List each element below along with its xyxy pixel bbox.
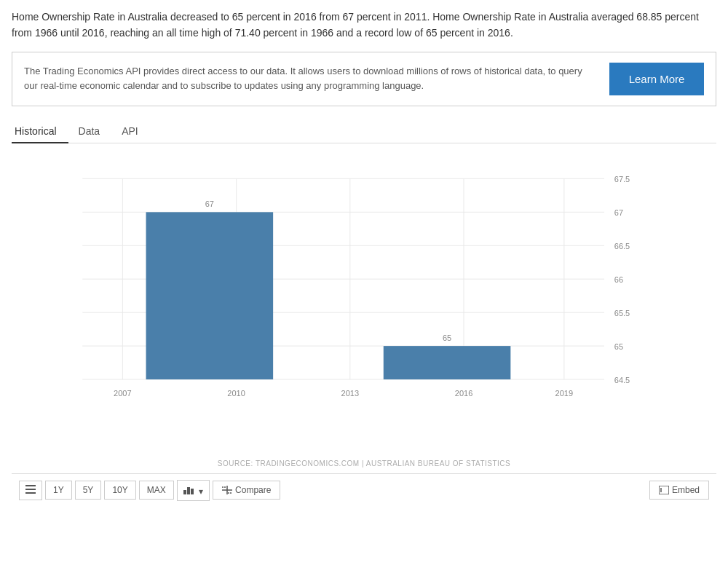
list-view-button[interactable] [19, 481, 42, 500]
api-banner: The Trading Economics API provides direc… [12, 52, 716, 106]
x-label-2013: 2013 [341, 389, 360, 398]
y-label-655: 65.5 [614, 309, 630, 317]
5y-button[interactable]: 5Y [75, 481, 102, 500]
svg-rect-15 [183, 490, 186, 494]
learn-more-button[interactable]: Learn More [609, 63, 704, 95]
bar-2016 [384, 346, 511, 379]
api-banner-text: The Trading Economics API provides direc… [24, 64, 595, 93]
bar-chart-icon [183, 484, 197, 494]
chart-type-button[interactable]: ▾ [177, 480, 210, 501]
chart-svg: 67.5 67 66.5 66 65.5 65 64.5 67 65 2007 … [41, 165, 673, 413]
bar-label-2016: 65 [443, 334, 451, 342]
tab-api[interactable]: API [119, 119, 150, 143]
tab-historical[interactable]: Historical [12, 119, 68, 143]
y-label-675: 67.5 [614, 175, 630, 184]
compare-button[interactable]: Compare [213, 481, 280, 500]
x-label-2007: 2007 [114, 389, 132, 398]
svg-rect-17 [191, 489, 194, 494]
svg-rect-13 [25, 489, 36, 490]
10y-button[interactable]: 10Y [104, 481, 135, 500]
svg-rect-12 [25, 485, 36, 486]
list-icon [25, 485, 36, 494]
y-label-65: 65 [614, 342, 623, 350]
svg-rect-16 [187, 487, 190, 494]
x-label-2019: 2019 [555, 389, 574, 398]
source-text: SOURCE: TRADINGECONOMICS.COM | AUSTRALIA… [12, 459, 716, 467]
y-label-645: 64.5 [614, 375, 630, 384]
chart-area: 67.5 67 66.5 66 65.5 65 64.5 67 65 2007 … [12, 151, 716, 457]
y-label-67: 67 [614, 208, 623, 217]
compare-label: Compare [235, 485, 271, 495]
max-button[interactable]: MAX [139, 481, 174, 500]
bar-2011 [146, 212, 274, 379]
embed-icon [659, 486, 669, 494]
description-text: Home Ownership Rate in Australia decreas… [12, 9, 716, 42]
main-container: Home Ownership Rate in Australia decreas… [0, 0, 728, 516]
tabs-container: Historical Data API [12, 119, 716, 143]
toolbar: 1Y 5Y 10Y MAX ▾ Compare [12, 473, 716, 507]
y-label-66: 66 [614, 275, 623, 284]
toolbar-right: Embed [649, 481, 709, 500]
svg-rect-22 [659, 486, 669, 494]
bar-label-2011: 67 [205, 200, 214, 208]
x-label-2010: 2010 [227, 389, 245, 398]
y-label-665: 66.5 [614, 242, 630, 250]
embed-label: Embed [672, 485, 700, 495]
toolbar-left: 1Y 5Y 10Y MAX ▾ Compare [19, 480, 280, 501]
x-label-2016: 2016 [455, 389, 473, 398]
1y-button[interactable]: 1Y [45, 481, 72, 500]
tab-data[interactable]: Data [76, 119, 112, 143]
embed-button[interactable]: Embed [649, 481, 709, 500]
compare-icon [222, 486, 232, 494]
svg-rect-14 [25, 492, 36, 494]
